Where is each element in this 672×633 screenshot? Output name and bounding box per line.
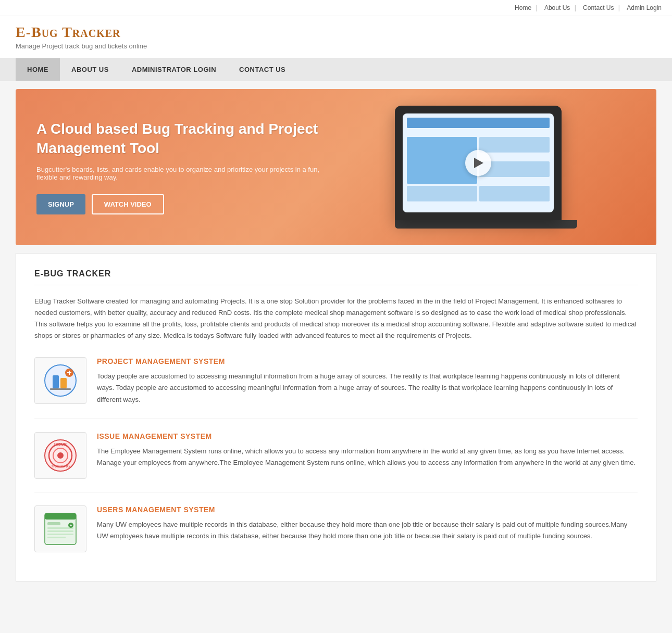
feature-icon-project: [34, 357, 86, 404]
main-nav: HOMEABOUT USADMINISTRATOR LOGINCONTACT U…: [0, 58, 672, 81]
nav-item-1: ABOUT US: [60, 58, 120, 81]
svg-rect-18: [47, 534, 73, 535]
hero-headline: A Cloud based Bug Tracking and Project M…: [36, 120, 336, 158]
main-content: E-BUG TRACKER EBug Tracker Software crea…: [16, 253, 656, 581]
topbar-admin-link[interactable]: Admin Login: [627, 4, 662, 11]
svg-rect-17: [47, 530, 73, 532]
mock-block-header: [407, 118, 550, 128]
svg-rect-15: [47, 522, 60, 525]
svg-point-10: [57, 452, 64, 459]
feature-icon-issue: ISSUE TRACKING: [34, 432, 86, 479]
nav-contact[interactable]: CONTACT US: [228, 58, 297, 81]
feature-desc-1: The Employee Management System runs onli…: [97, 446, 638, 469]
feature-block-1: ISSUE TRACKING ISSUE MANAGEMENT SYSTEMTh…: [34, 432, 638, 492]
feature-text-0: PROJECT MANAGEMENT SYSTEMToday people ar…: [97, 357, 638, 405]
nav-item-2: ADMINISTRATOR LOGIN: [120, 58, 228, 81]
feature-desc-0: Today people are accustomed to accessing…: [97, 371, 638, 405]
header: E-Bug Tracker Manage Project track bug a…: [0, 16, 672, 58]
nav-item-3: CONTACT US: [228, 58, 297, 81]
sep1: |: [536, 4, 537, 11]
svg-rect-3: [50, 388, 71, 390]
site-tagline: Manage Project track bug and tickets onl…: [16, 42, 656, 50]
feature-block-2: + USERS MANAGEMENT SYSTEMMany UW employe…: [34, 505, 638, 565]
feature-desc-2: Many UW employees have multiple records …: [97, 519, 638, 542]
nav-item-0: HOME: [16, 58, 60, 81]
feature-title-2: USERS MANAGEMENT SYSTEM: [97, 505, 638, 514]
play-button[interactable]: [465, 150, 491, 176]
nav-about[interactable]: ABOUT US: [60, 58, 120, 81]
section-title: E-BUG TRACKER: [34, 269, 638, 278]
watch-video-button[interactable]: WATCH VIDEO: [92, 194, 164, 214]
svg-rect-2: [60, 378, 67, 388]
svg-rect-16: [47, 527, 73, 529]
hero-subtext: Bugcutter's boards, lists, and cards ena…: [36, 166, 336, 181]
svg-rect-1: [53, 375, 59, 388]
mock-block-4: [479, 186, 550, 201]
feature-text-1: ISSUE MANAGEMENT SYSTEMThe Employee Mana…: [97, 432, 638, 469]
hero-buttons: SIGNUP WATCH VIDEO: [36, 194, 336, 214]
svg-rect-19: [47, 537, 66, 538]
nav-admin[interactable]: ADMINISTRATOR LOGIN: [120, 58, 228, 81]
sep3: |: [618, 4, 620, 11]
mock-block-1: [479, 137, 550, 153]
svg-text:TRACKING: TRACKING: [51, 464, 70, 468]
svg-text:+: +: [70, 524, 72, 527]
feature-block-0: PROJECT MANAGEMENT SYSTEMToday people ar…: [34, 357, 638, 419]
mock-block-3: [407, 186, 477, 201]
hero-mockup: [395, 106, 562, 220]
feature-title-0: PROJECT MANAGEMENT SYSTEM: [97, 357, 638, 365]
sep2: |: [575, 4, 576, 11]
section-divider: [34, 285, 638, 285]
features-container: PROJECT MANAGEMENT SYSTEMToday people ar…: [34, 357, 638, 565]
section-description: EBug Tracker Software created for managi…: [34, 296, 638, 341]
hero-left: A Cloud based Bug Tracking and Project M…: [36, 120, 336, 214]
hero-banner: A Cloud based Bug Tracking and Project M…: [16, 89, 656, 245]
nav-home[interactable]: HOME: [16, 58, 60, 81]
svg-rect-14: [45, 513, 76, 520]
footer-spacer: [0, 597, 672, 618]
feature-title-1: ISSUE MANAGEMENT SYSTEM: [97, 432, 638, 440]
play-icon: [474, 158, 483, 168]
svg-text:ISSUE: ISSUE: [54, 442, 67, 447]
topbar-about-link[interactable]: About Us: [544, 4, 570, 11]
hero-right: [336, 106, 636, 229]
top-bar: Home | About Us | Contact Us | Admin Log…: [0, 0, 672, 16]
feature-icon-users: +: [34, 505, 86, 552]
feature-text-2: USERS MANAGEMENT SYSTEMMany UW employees…: [97, 505, 638, 542]
signup-button[interactable]: SIGNUP: [36, 194, 85, 214]
laptop-base: [395, 220, 577, 229]
site-title: E-Bug Tracker: [16, 24, 656, 41]
topbar-home-link[interactable]: Home: [515, 4, 531, 11]
topbar-contact-link[interactable]: Contact Us: [583, 4, 614, 11]
